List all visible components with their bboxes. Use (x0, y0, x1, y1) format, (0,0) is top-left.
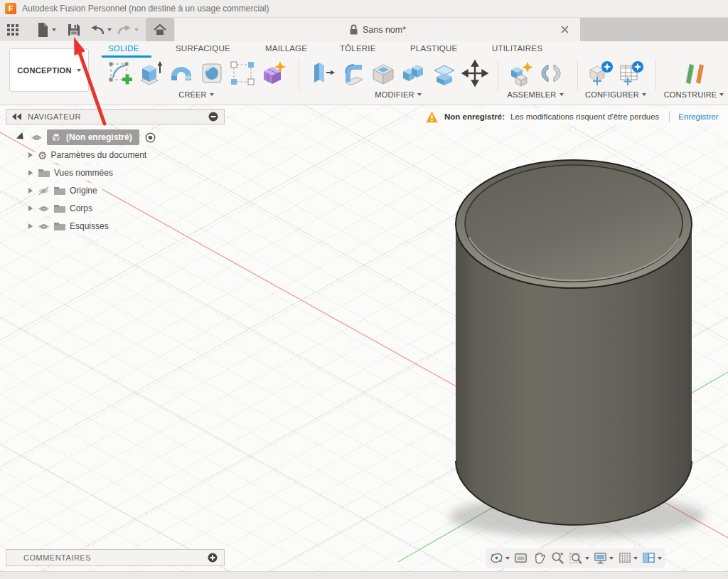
tree-item-label: Corps (70, 203, 92, 213)
viewports-button[interactable] (641, 551, 662, 565)
warning-triangle-icon (425, 111, 439, 123)
zoom-window-button[interactable] (569, 551, 589, 565)
viewports-icon (641, 551, 656, 565)
root-component-item[interactable]: (Non enregistré) (47, 129, 139, 145)
tab-strip-filler (580, 18, 728, 41)
extrude-button[interactable] (136, 58, 166, 88)
construction-plane-button[interactable] (679, 58, 709, 88)
pattern-button[interactable] (228, 58, 257, 88)
home-icon (153, 23, 167, 37)
tree-row-esquisses[interactable]: Esquisses (28, 218, 114, 234)
circle-plus-icon[interactable] (208, 553, 218, 563)
radio-dot-icon (145, 132, 156, 143)
group-label-configurer[interactable]: CONFIGURER (585, 90, 646, 99)
grid-settings-button[interactable] (617, 551, 638, 565)
look-at-button[interactable] (513, 551, 528, 565)
zoom-button[interactable] (550, 551, 565, 565)
group-label-creer[interactable]: CRÉER (178, 90, 214, 99)
redo-icon (117, 23, 132, 37)
ribbon-divider (577, 60, 578, 91)
workspace-selector[interactable]: CONCEPTION (9, 48, 89, 92)
save-button[interactable] (67, 21, 81, 38)
construction-plane-icon (680, 59, 708, 87)
file-new-icon (36, 22, 50, 38)
orbit-button[interactable] (489, 551, 510, 565)
lock-icon (349, 24, 358, 36)
tree-item-label: Paramètres du document (50, 150, 146, 160)
visibility-eye-hidden-icon[interactable] (38, 186, 50, 196)
group-label-assembler[interactable]: ASSEMBLER (507, 90, 563, 99)
redo-button[interactable] (117, 21, 139, 38)
visibility-eye-icon[interactable] (28, 129, 45, 145)
grid-settings-icon (617, 551, 632, 565)
expand-caret-icon[interactable] (28, 170, 33, 176)
expand-triangle-icon[interactable] (16, 132, 26, 142)
tree-row-origine[interactable]: Origine (28, 183, 102, 198)
tree-row-root[interactable]: (Non enregistré) (17, 129, 160, 145)
configuration-table-icon (617, 59, 646, 87)
expand-caret-icon[interactable] (28, 223, 33, 229)
revolve-button[interactable] (166, 58, 196, 88)
fillet-button[interactable] (338, 58, 368, 88)
tree-row-corps[interactable]: Corps (28, 201, 97, 216)
press-pull-button[interactable] (307, 58, 337, 88)
tree-item-label: Esquisses (70, 221, 109, 231)
split-body-button[interactable] (429, 58, 459, 88)
tree-row-named-views[interactable]: Vues nommées (28, 165, 118, 181)
navigator-header[interactable]: NAVIGATEUR (6, 109, 225, 124)
expand-caret-icon[interactable] (28, 206, 33, 211)
tree-item-label: Origine (70, 186, 97, 196)
group-caret-icon (210, 93, 214, 96)
enregistrer-link[interactable]: Enregistrer (678, 112, 718, 121)
tree-row-document-settings[interactable]: ⚙ Paramètres du document (28, 147, 151, 163)
ribbon-group-configurer: CONFIGURER (582, 58, 650, 99)
group-label-modifier[interactable]: MODIFIER (375, 90, 421, 99)
configuration-table-button[interactable] (616, 58, 646, 88)
visibility-eye-icon[interactable] (38, 223, 50, 230)
zoom-window-icon (569, 551, 584, 565)
file-menu-caret-icon (52, 28, 56, 31)
display-settings-button[interactable] (593, 551, 614, 565)
new-component-icon (506, 59, 535, 87)
comments-panel-header[interactable]: COMMENTAIRES (6, 549, 225, 566)
workspace-label: CONCEPTION (17, 66, 71, 75)
circle-minus-icon[interactable] (208, 112, 218, 122)
create-sketch-button[interactable] (105, 58, 135, 88)
tab-utilitaires[interactable]: UTILITAIRES (492, 44, 542, 57)
group-caret-icon (417, 93, 422, 96)
create-form-button[interactable] (258, 58, 288, 88)
app-grid-icon (6, 23, 20, 37)
activate-component-radio[interactable] (141, 129, 160, 145)
move-button[interactable] (460, 58, 490, 88)
tab-close-button[interactable] (560, 24, 570, 35)
tab-maillage[interactable]: MAILLAGE (265, 44, 307, 57)
collapse-left-icon[interactable] (12, 113, 22, 120)
tab-tolerie[interactable]: TÔLERIE (340, 44, 376, 57)
close-icon (561, 26, 569, 33)
fusion-window: F Autodesk Fusion Personnel (non destiné… (0, 0, 728, 579)
file-menu-button[interactable] (36, 21, 56, 38)
display-settings-caret-icon (609, 557, 614, 560)
group-label-construire[interactable]: CONSTRUIRE (664, 90, 724, 99)
tab-plastique[interactable]: PLASTIQUE (410, 44, 457, 57)
tab-surfacique[interactable]: SURFACIQUE (176, 44, 230, 57)
cylinder-body[interactable] (456, 160, 692, 525)
combine-button[interactable] (399, 58, 429, 88)
shell-button[interactable] (368, 58, 398, 88)
document-tab[interactable]: Sans nom* (175, 18, 580, 41)
configuration-button[interactable] (586, 58, 616, 88)
app-grid-button[interactable] (6, 21, 20, 38)
move-icon (461, 59, 489, 87)
pan-button[interactable] (532, 551, 547, 565)
hole-button[interactable] (197, 58, 227, 88)
expand-caret-icon[interactable] (28, 188, 33, 193)
hole-icon (198, 59, 226, 87)
joint-button[interactable] (536, 58, 566, 88)
ribbon-group-construire: CONSTRUIRE (660, 58, 728, 99)
folder-icon (38, 168, 50, 178)
expand-caret-icon[interactable] (28, 152, 33, 158)
undo-button[interactable] (90, 21, 112, 38)
visibility-eye-icon[interactable] (38, 205, 50, 213)
home-view-button[interactable] (146, 18, 174, 41)
new-component-button[interactable] (505, 58, 535, 88)
